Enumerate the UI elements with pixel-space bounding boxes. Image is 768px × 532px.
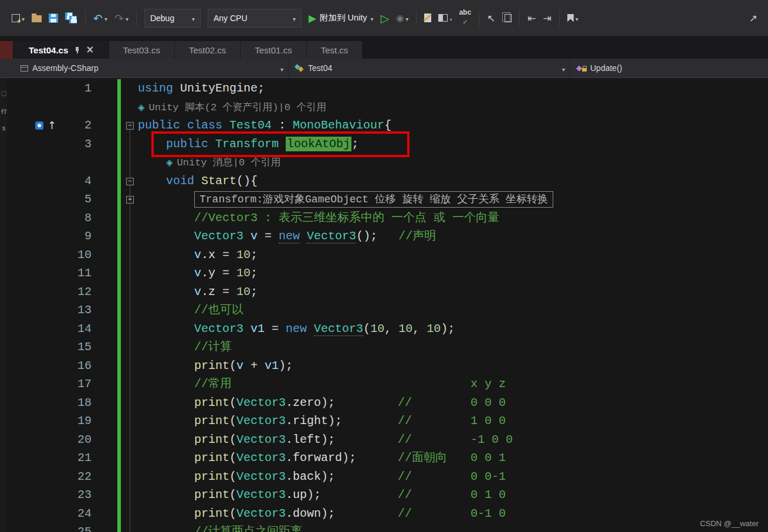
decrease-indent-button[interactable] <box>524 10 539 26</box>
tab-test02-cs[interactable]: Test02.cs <box>175 41 240 59</box>
collapse-icon[interactable] <box>126 178 134 185</box>
line-number[interactable]: 3 <box>0 135 92 154</box>
project-dropdown[interactable]: Assembly-CSharp <box>15 59 289 77</box>
left-rail-tab[interactable]: 行 <box>1 107 7 116</box>
left-rail-tab[interactable]: 〇 <box>1 90 7 98</box>
line-number[interactable]: 12 <box>0 283 92 301</box>
chevron-down-icon[interactable] <box>405 12 408 23</box>
selection-mode-button[interactable] <box>483 10 499 26</box>
hot-reload-button[interactable] <box>393 10 412 26</box>
codelens-text[interactable]: Unity 脚本(2 个资产引用)|0 个引用 <box>149 102 327 113</box>
chevron-down-icon[interactable] <box>126 12 128 23</box>
line-number[interactable]: 13 <box>0 301 92 320</box>
code-line[interactable]: 4 void Start(){ <box>0 172 768 191</box>
line-content: print(v + v1); <box>138 357 293 375</box>
line-number[interactable]: 5 <box>0 190 92 209</box>
line-number[interactable]: 2 <box>0 116 92 135</box>
line-number[interactable]: 16 <box>0 357 92 375</box>
save-button[interactable] <box>45 11 62 25</box>
code-line[interactable]: 20 print(Vector3.left);//-1 0 0 <box>0 431 768 449</box>
left-rail-tab[interactable]: s <box>1 125 7 131</box>
tab-test03-cs[interactable]: Test03.cs <box>109 41 174 59</box>
code-line[interactable]: 22 print(Vector3.back);//0 0-1 <box>0 467 768 486</box>
member-dropdown[interactable]: Update() <box>570 59 768 77</box>
code-line[interactable]: 8 //Vector3 : 表示三维坐标系中的 一个点 或 一个向量 <box>0 209 768 228</box>
line-number[interactable]: 15 <box>0 338 92 357</box>
code-line[interactable]: 21 print(Vector3.forward);//面朝向0 0 1 <box>0 449 768 467</box>
code-line[interactable]: 19 print(Vector3.right);//1 0 0 <box>0 412 768 431</box>
line-number[interactable]: 9 <box>0 227 92 246</box>
tab-test04-cs[interactable]: Test04.cs <box>15 41 109 59</box>
line-number[interactable]: 22 <box>0 467 92 486</box>
chevron-down-icon[interactable] <box>22 12 25 23</box>
share-button[interactable] <box>746 10 761 26</box>
chevron-down-icon[interactable] <box>562 63 565 74</box>
code-line[interactable]: 16 print(v + v1); <box>0 357 768 375</box>
copy-document-button[interactable] <box>499 12 515 25</box>
add-item-button[interactable] <box>8 10 28 26</box>
code-line[interactable]: 18 print(Vector3.zero);//0 0 0 <box>0 394 768 412</box>
code-line[interactable]: 1using UnityEngine; <box>0 79 768 98</box>
chevron-down-icon[interactable] <box>280 63 283 74</box>
tab-test01-cs[interactable]: Test01.cs <box>241 41 306 59</box>
solution-configuration-select[interactable]: Debug <box>144 9 201 28</box>
code-line[interactable]: 11 v.y = 10; <box>0 264 768 283</box>
code-line[interactable]: 24 print(Vector3.down);//0-1 0 <box>0 504 768 523</box>
chevron-down-icon[interactable] <box>576 12 578 23</box>
line-number[interactable]: 21 <box>0 449 92 467</box>
line-number[interactable]: 14 <box>0 320 92 338</box>
code-line[interactable]: 25 //计算两点之间距离 <box>0 523 768 532</box>
line-number[interactable]: 11 <box>0 264 92 283</box>
line-number[interactable]: 18 <box>0 394 92 412</box>
code-editor[interactable]: 1using UnityEngine;Unity 脚本(2 个资产引用)|0 个… <box>0 78 768 532</box>
code-line[interactable]: 5 Transform:游戏对象GameObject 位移 旋转 缩放 父子关系… <box>0 190 768 209</box>
redo-button[interactable] <box>111 9 132 27</box>
line-number[interactable]: 20 <box>0 431 92 449</box>
quick-actions-button[interactable] <box>421 11 435 25</box>
class-dropdown[interactable]: Test04 <box>289 59 570 77</box>
codelens-line[interactable]: Unity 脚本(2 个资产引用)|0 个引用 <box>0 98 768 117</box>
spell-check-button[interactable]: abc <box>455 7 475 29</box>
chevron-down-icon[interactable] <box>371 12 374 23</box>
codelens-text[interactable]: Unity 消息|0 个引用 <box>177 157 281 168</box>
code-token: ( <box>363 322 370 336</box>
chevron-down-icon[interactable] <box>104 12 107 23</box>
code-line[interactable]: 12 v.z = 10; <box>0 283 768 301</box>
bookmark-button[interactable] <box>564 10 582 26</box>
go-to-base-arrow-icon[interactable] <box>48 116 56 135</box>
code-line[interactable]: 14 Vector3 v1 = new Vector3(10, 10, 10); <box>0 320 768 338</box>
code-line[interactable]: 23 print(Vector3.up);//0 1 0 <box>0 486 768 504</box>
line-number[interactable]: 19 <box>0 412 92 431</box>
window-layout-button[interactable] <box>435 10 455 26</box>
code-line[interactable]: 9 Vector3 v = new Vector3(); //声明 <box>0 227 768 246</box>
pin-icon[interactable] <box>73 46 80 54</box>
expand-icon[interactable] <box>126 196 134 204</box>
undo-button[interactable] <box>90 9 111 27</box>
save-all-button[interactable] <box>62 10 81 26</box>
redo-icon <box>114 12 124 25</box>
attach-to-unity-button[interactable]: 附加到 Unity <box>305 10 377 26</box>
code-line[interactable]: 17 //常用x y z <box>0 375 768 394</box>
line-number[interactable]: 17 <box>0 375 92 394</box>
code-token <box>194 174 201 188</box>
chevron-down-icon[interactable] <box>449 12 452 23</box>
line-number[interactable]: 23 <box>0 486 92 504</box>
start-without-debugging-button[interactable] <box>377 9 393 27</box>
save-all-icon <box>65 12 77 23</box>
open-file-button[interactable] <box>28 11 45 25</box>
line-number[interactable]: 25 <box>0 523 92 532</box>
code-line[interactable]: 13 //也可以 <box>0 301 768 320</box>
line-number[interactable]: 1 <box>0 79 92 98</box>
line-number[interactable]: 8 <box>0 209 92 228</box>
code-line[interactable]: 10 v.x = 10; <box>0 246 768 265</box>
tab-test-cs[interactable]: Test.cs <box>307 41 363 59</box>
code-line[interactable]: 15 //计算 <box>0 338 768 357</box>
collapse-icon[interactable] <box>126 122 134 130</box>
solution-platform-select[interactable]: Any CPU <box>208 9 302 28</box>
line-number[interactable]: 24 <box>0 504 92 523</box>
collapsed-region[interactable]: Transform:游戏对象GameObject 位移 旋转 缩放 父子关系 坐… <box>194 191 553 208</box>
close-icon[interactable] <box>86 45 94 55</box>
line-number[interactable]: 10 <box>0 246 92 265</box>
line-number[interactable]: 4 <box>0 172 92 191</box>
increase-indent-button[interactable] <box>540 10 555 26</box>
